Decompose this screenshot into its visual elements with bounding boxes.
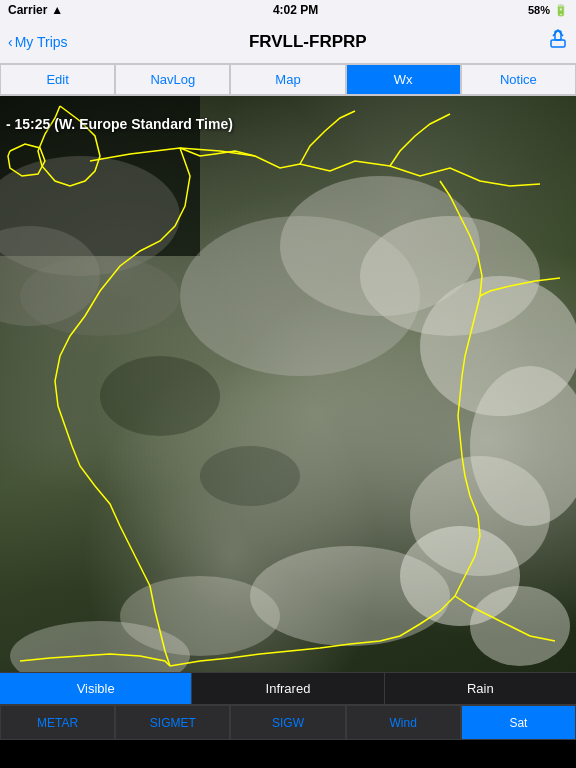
timestamp-label: - 15:25 (W. Europe Standard Time) xyxy=(0,114,239,134)
status-time: 4:02 PM xyxy=(273,3,318,17)
status-battery: 58% 🔋 xyxy=(528,4,568,17)
tab-notice[interactable]: Notice xyxy=(461,64,576,95)
bottom-wx-tabs: METAR SIGMET SIGW Wind Sat xyxy=(0,704,576,740)
chevron-left-icon: ‹ xyxy=(8,34,13,50)
sat-tab-visible[interactable]: Visible xyxy=(0,673,192,704)
share-button[interactable] xyxy=(548,29,568,54)
wx-tab-sigmet[interactable]: SIGMET xyxy=(115,705,230,740)
back-label: My Trips xyxy=(15,34,68,50)
nav-title: FRVLL-FRPRP xyxy=(249,32,367,52)
carrier-text: Carrier xyxy=(8,3,47,17)
svg-point-5 xyxy=(20,256,180,336)
status-carrier: Carrier ▲ xyxy=(8,3,63,17)
back-button[interactable]: ‹ My Trips xyxy=(8,34,68,50)
battery-icon: 🔋 xyxy=(554,4,568,17)
nav-bar: ‹ My Trips FRVLL-FRPRP xyxy=(0,20,576,64)
tab-edit[interactable]: Edit xyxy=(0,64,115,95)
sat-tab-rain[interactable]: Rain xyxy=(385,673,576,704)
tab-map[interactable]: Map xyxy=(230,64,345,95)
wx-tab-metar[interactable]: METAR xyxy=(0,705,115,740)
map-area[interactable]: - 15:25 (W. Europe Standard Time) xyxy=(0,96,576,672)
tab-navlog[interactable]: NavLog xyxy=(115,64,230,95)
wx-tab-wind[interactable]: Wind xyxy=(346,705,461,740)
battery-percent: 58% xyxy=(528,4,550,16)
cloud-layer xyxy=(0,96,576,672)
tab-bar-top: Edit NavLog Map Wx Notice xyxy=(0,64,576,96)
wx-tab-sigw[interactable]: SIGW xyxy=(230,705,345,740)
svg-point-16 xyxy=(470,586,570,666)
tab-wx[interactable]: Wx xyxy=(346,64,461,95)
sat-tab-infrared[interactable]: Infrared xyxy=(192,673,384,704)
bottom-sat-tabs: Visible Infrared Rain xyxy=(0,672,576,704)
svg-point-17 xyxy=(100,356,220,436)
wifi-icon: ▲ xyxy=(51,3,63,17)
status-bar: Carrier ▲ 4:02 PM 58% 🔋 xyxy=(0,0,576,20)
svg-rect-1 xyxy=(551,40,565,47)
wx-tab-sat[interactable]: Sat xyxy=(461,705,576,740)
svg-point-18 xyxy=(200,446,300,506)
